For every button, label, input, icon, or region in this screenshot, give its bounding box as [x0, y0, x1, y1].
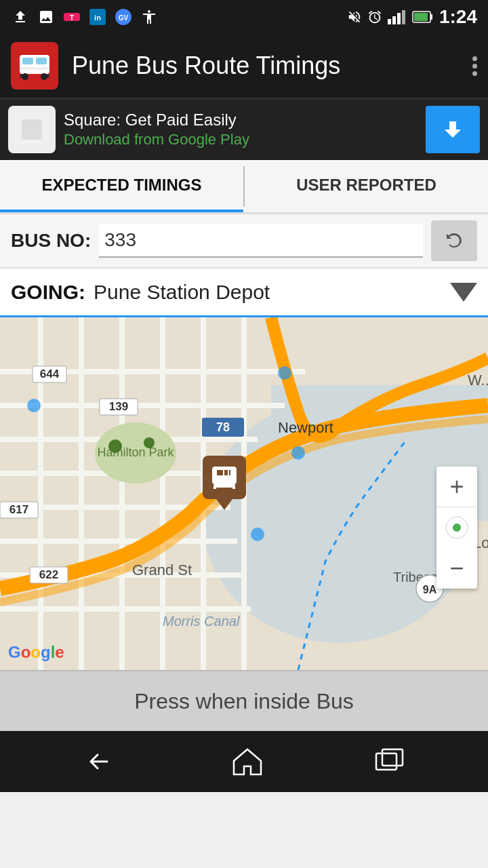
map-container[interactable]: Hamilton Park 644 139 78 617 622 Newport… [0, 317, 488, 670]
going-value: Pune Station Depot [94, 281, 442, 304]
compass-icon [445, 515, 469, 540]
tmobile-icon: T [62, 7, 81, 26]
bus-marker [203, 456, 246, 510]
svg-rect-12 [430, 14, 432, 20]
linkedin-icon: in [88, 7, 107, 26]
svg-text:GV: GV [119, 14, 129, 22]
svg-rect-6 [388, 19, 391, 24]
refresh-icon [441, 228, 467, 254]
svg-text:139: 139 [109, 400, 128, 413]
ad-text: Square: Get Paid Easily Download from Go… [64, 111, 418, 149]
status-icons: T in GV [11, 7, 159, 26]
svg-rect-19 [20, 67, 49, 70]
refresh-button[interactable] [431, 220, 477, 261]
zoom-in-button[interactable]: + [436, 467, 477, 507]
svg-point-69 [453, 524, 461, 532]
upload-icon [11, 7, 30, 26]
status-bar: T in GV [0, 0, 488, 34]
svg-text:78: 78 [216, 420, 230, 434]
nav-bar [0, 731, 488, 792]
svg-rect-7 [392, 16, 396, 24]
ad-banner: Square: Get Paid Easily Download from Go… [0, 99, 488, 160]
ad-logo [8, 106, 56, 153]
svg-text:644: 644 [40, 368, 60, 380]
overflow-menu-button[interactable] [472, 56, 477, 76]
download-icon [439, 116, 466, 143]
svg-rect-16 [36, 58, 47, 64]
battery-icon [412, 9, 434, 24]
svg-rect-9 [402, 10, 405, 24]
svg-text:622: 622 [39, 568, 58, 581]
alarm-icon [367, 9, 382, 24]
going-label: GOING: [11, 281, 85, 304]
press-when-inside-bus-button[interactable]: Press when inside Bus [0, 670, 488, 731]
tab-user-reported[interactable]: USER REPORTED [245, 160, 488, 212]
svg-point-44 [108, 439, 122, 453]
map-pin [216, 499, 232, 510]
back-button[interactable] [81, 748, 122, 775]
status-right: 1:24 [347, 6, 477, 28]
recents-button[interactable] [373, 748, 407, 775]
mute-icon [347, 9, 362, 24]
svg-text:617: 617 [9, 503, 28, 516]
svg-point-62 [278, 366, 291, 380]
bus-no-input[interactable] [99, 224, 423, 258]
svg-rect-70 [376, 753, 396, 770]
svg-rect-15 [22, 58, 33, 64]
svg-rect-71 [382, 749, 403, 766]
image-icon [37, 7, 56, 26]
gv-icon: GV [114, 7, 133, 26]
app-title: Pune Bus Route Timings [72, 52, 472, 80]
bus-icon [209, 462, 239, 492]
svg-point-63 [291, 446, 305, 460]
svg-point-20 [22, 73, 28, 80]
map-controls: + − [436, 467, 477, 589]
svg-text:W...: W... [468, 372, 488, 389]
tab-expected-timings[interactable]: EXPECTED TIMINGS [0, 160, 243, 212]
svg-point-45 [144, 437, 155, 448]
svg-point-64 [251, 528, 264, 541]
bus-no-section: BUS NO: [0, 214, 488, 269]
clock-display: 1:24 [439, 6, 477, 28]
back-icon [81, 748, 122, 775]
svg-rect-23 [22, 119, 42, 140]
accessibility-icon [140, 7, 159, 26]
svg-text:T: T [70, 14, 74, 22]
svg-text:Grand St: Grand St [132, 561, 192, 578]
home-button[interactable] [230, 746, 264, 777]
svg-text:Morris Canal: Morris Canal [163, 614, 240, 629]
ad-subtitle: Download from Google Play [64, 131, 418, 149]
zoom-out-button[interactable]: − [436, 548, 477, 589]
svg-rect-8 [397, 13, 401, 24]
recents-icon [373, 748, 407, 775]
home-icon [230, 746, 264, 777]
bus-no-label: BUS NO: [11, 230, 91, 252]
svg-text:9A: 9A [423, 584, 437, 595]
app-icon [11, 42, 58, 90]
ad-title: Square: Get Paid Easily [64, 111, 418, 130]
svg-rect-11 [414, 13, 428, 21]
going-section: GOING: Pune Station Depot [0, 269, 488, 317]
svg-text:Newport: Newport [278, 419, 333, 436]
compass-button[interactable] [436, 507, 477, 548]
ad-download-button[interactable] [426, 106, 480, 153]
signal-icon [388, 9, 407, 24]
app-bar: Pune Bus Route Timings [0, 34, 488, 99]
svg-text:in: in [94, 14, 101, 22]
bottom-button-label: Press when inside Bus [134, 689, 354, 714]
svg-point-65 [27, 399, 41, 412]
bus-marker-body [203, 456, 246, 499]
google-logo: Google [8, 643, 64, 662]
tabs-container: EXPECTED TIMINGS USER REPORTED [0, 160, 488, 214]
svg-point-21 [41, 73, 47, 80]
chevron-down-icon [450, 283, 477, 302]
